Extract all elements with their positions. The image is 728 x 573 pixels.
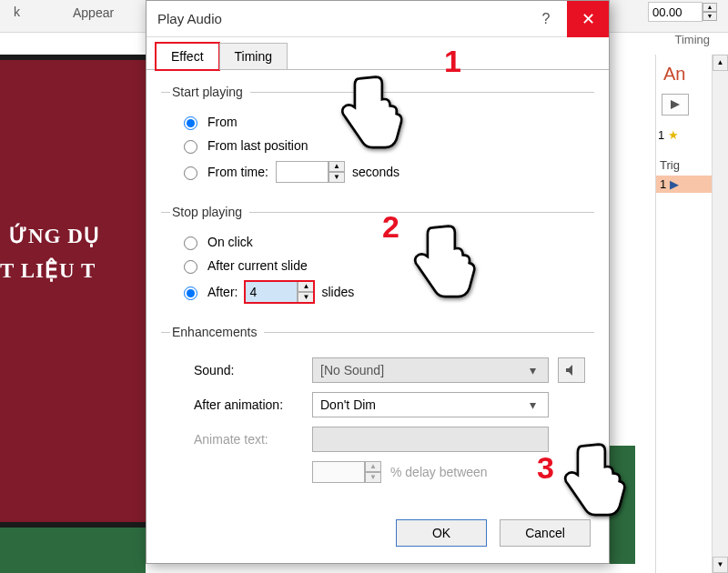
duration-spinner[interactable]: ▲ ▼ bbox=[648, 2, 717, 22]
after-anim-label: After animation: bbox=[194, 397, 303, 412]
radio-from-last[interactable] bbox=[184, 140, 197, 154]
label-from-last: From last position bbox=[207, 138, 308, 153]
spinner-up-icon[interactable]: ▲ bbox=[298, 281, 314, 292]
seconds-label: seconds bbox=[352, 165, 399, 179]
selected-item-number: 1 bbox=[660, 177, 666, 191]
spinner-down-icon[interactable]: ▼ bbox=[298, 292, 314, 303]
help-button[interactable]: ? bbox=[525, 11, 567, 27]
duration-input[interactable] bbox=[648, 2, 703, 22]
scroll-up-icon[interactable]: ▲ bbox=[713, 55, 728, 71]
radio-after-n[interactable] bbox=[184, 286, 197, 300]
sound-preview-button[interactable] bbox=[558, 357, 585, 383]
after-n-input[interactable] bbox=[245, 281, 298, 303]
from-time-spinner[interactable]: ▲▼ bbox=[276, 161, 345, 183]
radio-from-time[interactable] bbox=[184, 166, 197, 180]
after-anim-combo[interactable]: Don't Dim ▾ bbox=[312, 392, 549, 417]
slide-green-strip bbox=[0, 528, 146, 573]
start-playing-legend: Start playing bbox=[170, 85, 250, 99]
slide-text-2: T LIỆU T bbox=[0, 258, 96, 283]
ribbon-appear-label: Appear bbox=[73, 5, 114, 20]
dialog-tabs: Effect Timing bbox=[147, 37, 609, 70]
speaker-icon bbox=[565, 364, 578, 377]
annotation-1: 1 bbox=[444, 44, 461, 79]
delay-spinner: ▲▼ bbox=[312, 461, 381, 483]
spinner-up-icon: ▲ bbox=[365, 461, 381, 472]
chevron-down-icon[interactable]: ▾ bbox=[524, 397, 541, 412]
radio-from-beginning[interactable] bbox=[184, 116, 197, 130]
delay-input bbox=[312, 461, 365, 483]
ribbon-letter: k bbox=[14, 5, 20, 19]
cancel-button[interactable]: Cancel bbox=[500, 519, 591, 547]
from-time-input[interactable] bbox=[276, 161, 329, 183]
spinner-up-icon[interactable]: ▲ bbox=[329, 161, 345, 172]
radio-on-click[interactable] bbox=[184, 236, 197, 250]
animation-item-number: 1 bbox=[658, 128, 664, 142]
start-playing-group: Start playing From From last position Fr… bbox=[161, 85, 594, 190]
stop-playing-group: Stop playing On click After current slid… bbox=[161, 205, 594, 310]
tab-effect[interactable]: Effect bbox=[156, 43, 219, 70]
label-after-n: After: bbox=[207, 285, 238, 299]
label-from-time: From time: bbox=[207, 165, 268, 179]
annotation-2: 2 bbox=[382, 209, 399, 245]
animate-text-label: Animate text: bbox=[194, 432, 303, 447]
ok-button[interactable]: OK bbox=[396, 519, 487, 547]
stop-playing-legend: Stop playing bbox=[170, 205, 249, 219]
close-button[interactable]: ✕ bbox=[567, 1, 609, 37]
enhancements-group: Enhancements Sound: [No Sound] ▾ After a… bbox=[161, 325, 594, 483]
scroll-down-icon[interactable]: ▼ bbox=[713, 557, 728, 573]
delay-label: % delay between bbox=[390, 465, 488, 479]
slides-label: slides bbox=[321, 285, 354, 299]
sound-value: [No Sound] bbox=[320, 363, 524, 377]
animation-pane-scrollbar[interactable]: ▲ ▼ bbox=[712, 55, 728, 573]
spinner-down-icon[interactable]: ▼ bbox=[329, 172, 345, 183]
enhancements-legend: Enhancements bbox=[170, 325, 264, 339]
spinner-down-icon[interactable]: ▼ bbox=[703, 12, 717, 21]
after-n-spinner[interactable]: ▲▼ bbox=[245, 281, 314, 303]
svg-marker-0 bbox=[671, 100, 680, 109]
slide-text-1: ỨNG DỤ bbox=[9, 224, 100, 248]
spinner-down-icon: ▼ bbox=[365, 472, 381, 483]
dialog-titlebar: Play Audio ? ✕ bbox=[147, 1, 609, 37]
spinner-up-icon[interactable]: ▲ bbox=[703, 3, 717, 12]
play-button[interactable] bbox=[662, 94, 689, 116]
tab-timing[interactable]: Timing bbox=[219, 43, 288, 70]
play-icon bbox=[671, 100, 680, 109]
star-icon: ★ bbox=[668, 128, 679, 142]
media-play-icon: ▶ bbox=[670, 177, 679, 191]
chevron-down-icon[interactable]: ▾ bbox=[524, 363, 541, 377]
label-from-beginning: From bbox=[207, 115, 238, 129]
after-anim-value: Don't Dim bbox=[320, 397, 524, 412]
sound-label: Sound: bbox=[194, 363, 303, 377]
radio-after-current[interactable] bbox=[184, 260, 197, 274]
animation-pane: ▲ ▼ An 1 ★ Trig 1 ▶ bbox=[655, 55, 728, 573]
ribbon-timing-label: Timing bbox=[674, 33, 710, 46]
label-on-click: On click bbox=[207, 235, 253, 249]
annotation-3: 3 bbox=[537, 450, 554, 486]
animate-text-combo bbox=[312, 427, 549, 452]
dialog-title: Play Audio bbox=[147, 11, 525, 26]
svg-marker-1 bbox=[566, 365, 572, 376]
slide-background: ỨNG DỤ T LIỆU T bbox=[0, 55, 146, 528]
label-after-current: After current slide bbox=[207, 258, 308, 273]
sound-combo[interactable]: [No Sound] ▾ bbox=[312, 357, 549, 383]
